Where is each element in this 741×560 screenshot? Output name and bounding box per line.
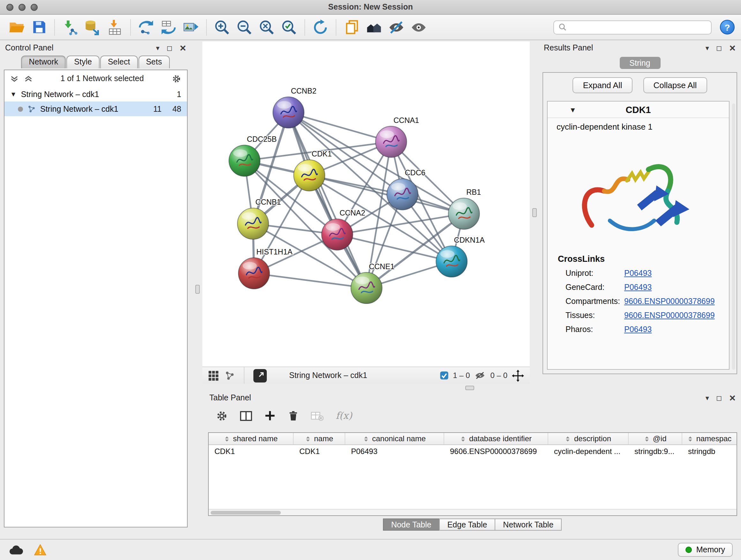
zoom-out-icon[interactable] xyxy=(234,17,255,37)
network-node-cdc6[interactable] xyxy=(387,179,418,210)
column-header-name[interactable]: name xyxy=(293,433,345,444)
results-scrollbar[interactable] xyxy=(732,104,735,370)
panel-menu-icon[interactable]: ▾ xyxy=(705,44,709,52)
expand-all-tree-icon[interactable] xyxy=(24,74,32,83)
network-share-icon[interactable] xyxy=(225,370,235,381)
export-image-icon[interactable] xyxy=(181,17,201,37)
tab-select[interactable]: Select xyxy=(100,56,138,68)
save-session-icon[interactable] xyxy=(29,17,49,37)
close-panel-icon[interactable]: ✕ xyxy=(179,43,186,53)
grid-view-icon[interactable] xyxy=(208,370,219,381)
show-all-eye-icon[interactable] xyxy=(408,17,429,37)
add-column-plus-icon[interactable] xyxy=(264,410,276,422)
float-panel-icon[interactable]: ◻ xyxy=(716,44,722,52)
open-in-new-window-icon[interactable] xyxy=(253,369,267,382)
column-header-shared-name[interactable]: shared name xyxy=(209,433,293,444)
zoom-window-button[interactable] xyxy=(30,4,38,11)
section-collapse-caret-icon[interactable]: ▼ xyxy=(569,106,576,113)
export-network-icon[interactable] xyxy=(158,17,179,37)
network-node-label: CDC6 xyxy=(405,169,426,177)
import-network-from-file-icon[interactable] xyxy=(60,17,80,37)
network-node-hist1h1a[interactable] xyxy=(239,258,270,289)
crosslink-value-link[interactable]: 9606.ENSP00000378699 xyxy=(624,297,715,306)
network-graph[interactable]: CCNB2CCNA1CDC25BCDK1CDC6RB1CCNB1CCNA2CDK… xyxy=(202,42,530,367)
selected-nodes-checkbox-icon[interactable] xyxy=(440,371,448,380)
refresh-layout-icon[interactable] xyxy=(310,17,331,37)
network-node-cdk1[interactable] xyxy=(293,160,325,191)
copy-document-icon[interactable] xyxy=(341,17,362,37)
network-node-cdc25b[interactable] xyxy=(229,145,260,177)
tab-network-table[interactable]: Network Table xyxy=(495,518,562,531)
panel-menu-icon[interactable]: ▾ xyxy=(705,394,709,402)
network-edge[interactable] xyxy=(254,273,367,288)
warning-icon[interactable] xyxy=(34,544,47,556)
import-table-from-file-icon[interactable] xyxy=(105,17,125,37)
network-canvas[interactable]: CCNB2CCNA1CDC25BCDK1CDC6RB1CCNB1CCNA2CDK… xyxy=(202,42,530,367)
zoom-selected-icon[interactable] xyxy=(279,17,299,37)
float-panel-icon[interactable]: ◻ xyxy=(716,394,722,402)
search-input[interactable] xyxy=(570,23,706,32)
scrollbar-thumb[interactable] xyxy=(211,510,281,515)
panel-menu-icon[interactable]: ▾ xyxy=(156,44,159,52)
network-node-cdkn1a[interactable] xyxy=(436,246,467,277)
close-panel-icon[interactable]: ✕ xyxy=(729,393,736,402)
column-header--id[interactable]: @id xyxy=(629,433,682,444)
network-node-rb1[interactable] xyxy=(448,198,480,229)
table-row[interactable]: CDK1CDK1P064939606.ENSP00000378699cyclin… xyxy=(209,445,737,457)
crosslink-value-link[interactable]: P06493 xyxy=(624,269,652,278)
close-panel-icon[interactable]: ✕ xyxy=(729,43,736,53)
column-header-description[interactable]: description xyxy=(548,433,629,444)
zoom-fit-icon[interactable] xyxy=(257,17,277,37)
first-neighbors-icon[interactable] xyxy=(364,17,384,37)
network-node-ccnb2[interactable] xyxy=(273,97,304,128)
vertical-splitter-handle[interactable] xyxy=(532,208,537,217)
crosslink-value-link[interactable]: 9606.ENSP00000378699 xyxy=(624,311,715,320)
tree-expand-caret-icon[interactable]: ▼ xyxy=(10,91,17,98)
network-node-ccna2[interactable] xyxy=(322,219,353,250)
tab-edge-table[interactable]: Edge Table xyxy=(439,518,495,531)
hidden-eye-slash-icon[interactable] xyxy=(475,371,486,380)
gear-icon[interactable] xyxy=(216,410,228,422)
network-collection-row[interactable]: ▼ String Network – cdk1 1 xyxy=(4,87,187,102)
tab-string[interactable]: String xyxy=(619,57,660,69)
close-window-button[interactable] xyxy=(6,4,13,11)
memory-button[interactable]: Memory xyxy=(678,543,733,557)
network-node-ccnb1[interactable] xyxy=(238,208,269,240)
function-builder-button[interactable]: f(x) xyxy=(336,410,352,422)
vertical-splitter-handle[interactable] xyxy=(195,285,200,294)
horizontal-splitter-handle[interactable] xyxy=(465,386,474,390)
column-header-canonical-name[interactable]: canonical name xyxy=(345,433,444,444)
show-columns-icon[interactable] xyxy=(240,410,252,421)
collapse-all-tree-icon[interactable] xyxy=(10,74,18,83)
column-header-namespac[interactable]: namespac xyxy=(682,433,737,444)
import-network-from-database-icon[interactable] xyxy=(82,17,103,37)
help-button[interactable]: ? xyxy=(720,20,735,35)
column-header-database-identifier[interactable]: database identifier xyxy=(444,433,548,444)
float-panel-icon[interactable]: ◻ xyxy=(166,44,172,52)
cloud-status-icon[interactable] xyxy=(8,544,23,555)
tab-network[interactable]: Network xyxy=(21,56,66,68)
open-session-icon[interactable] xyxy=(6,17,27,37)
collapse-all-button[interactable]: Collapse All xyxy=(643,77,707,93)
horizontal-scrollbar[interactable] xyxy=(209,509,737,515)
hide-selected-eye-slash-icon[interactable] xyxy=(386,17,407,37)
toolbar-separator xyxy=(54,19,55,36)
pan-move-crosshair-icon[interactable] xyxy=(512,369,524,381)
tab-style[interactable]: Style xyxy=(66,56,99,68)
minimize-window-button[interactable] xyxy=(18,4,25,11)
crosslink-value-link[interactable]: P06493 xyxy=(624,325,652,334)
network-node-ccne1[interactable] xyxy=(351,272,382,304)
network-edge[interactable] xyxy=(288,112,366,288)
new-network-icon[interactable] xyxy=(136,17,156,37)
gear-icon[interactable] xyxy=(172,74,181,83)
delete-column-trash-icon[interactable] xyxy=(288,410,299,422)
tab-node-table[interactable]: Node Table xyxy=(383,518,440,531)
network-row-selected[interactable]: String Network – cdk1 11 48 xyxy=(4,102,187,116)
tab-sets[interactable]: Sets xyxy=(138,56,170,68)
search-box[interactable] xyxy=(553,20,712,34)
zoom-in-icon[interactable] xyxy=(212,17,232,37)
crosslink-value-link[interactable]: P06493 xyxy=(624,283,652,292)
expand-all-button[interactable]: Expand All xyxy=(573,77,632,93)
sort-icon xyxy=(363,436,369,442)
network-node-ccna1[interactable] xyxy=(376,126,407,158)
